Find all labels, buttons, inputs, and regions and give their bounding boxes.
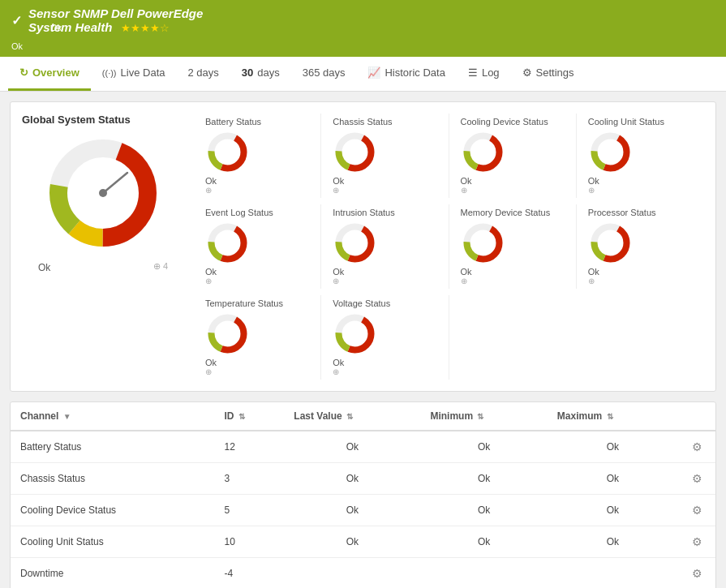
voltage-num: ⊕ xyxy=(333,367,339,376)
row-settings-icon[interactable]: ⚙ xyxy=(688,438,706,456)
status-chassis: Chassis Status Ok ⊕ xyxy=(328,114,449,198)
nav-tabs: ↻ Overview ((·)) Live Data 2 days 30 day… xyxy=(0,57,726,92)
memory-title: Memory Device Status xyxy=(461,208,551,217)
sort-id-icon: ⇅ xyxy=(238,412,245,421)
check-icon: ✓ xyxy=(11,13,22,28)
sort-minimum-icon: ⇅ xyxy=(477,412,483,421)
cell-actions: ⚙ xyxy=(678,526,715,558)
chassis-status-title: Chassis Status xyxy=(333,117,392,127)
voltage-title: Voltage Status xyxy=(333,298,390,308)
live-data-icon: ((·)) xyxy=(102,68,117,78)
cell-lastvalue: Ok xyxy=(284,526,420,558)
col-channel[interactable]: Channel ▼ xyxy=(11,402,215,431)
tab-log-label: Log xyxy=(482,67,500,79)
table-row: Chassis Status 3 Ok Ok Ok ⚙ xyxy=(11,463,715,495)
status-battery: Battery Status Ok ⊕ xyxy=(200,114,321,198)
status-empty-2 xyxy=(583,295,704,380)
event-log-title: Event Log Status xyxy=(205,208,273,217)
cell-id: -4 xyxy=(215,558,285,589)
tab-log[interactable]: ☰ Log xyxy=(457,57,511,91)
cooling-unit-title: Cooling Unit Status xyxy=(588,117,664,127)
row-settings-icon[interactable]: ⚙ xyxy=(688,501,706,519)
cell-maximum: Ok xyxy=(548,431,678,463)
cell-id: 5 xyxy=(215,495,285,526)
col-maximum[interactable]: Maximum ⇅ xyxy=(548,402,678,431)
table-row: Cooling Unit Status 10 Ok Ok Ok ⚙ xyxy=(11,526,715,558)
cell-id: 10 xyxy=(215,526,285,558)
sort-maximum-icon: ⇅ xyxy=(607,412,613,421)
tab-live-data[interactable]: ((·)) Live Data xyxy=(91,57,177,91)
global-gauge-section: Global System Status xyxy=(22,114,184,380)
cell-lastvalue: Ok xyxy=(284,495,420,526)
tab-30days-suffix: days xyxy=(257,67,279,79)
tab-historic[interactable]: 📈 Historic Data xyxy=(356,57,456,91)
cooling-device-title: Cooling Device Status xyxy=(461,117,548,127)
tab-settings[interactable]: ⚙ Settings xyxy=(511,57,586,91)
header: ✓ Sensor SNMP Dell PowerEdge System Heal… xyxy=(0,0,726,41)
status-grid: Battery Status Ok ⊕ Chassis Status xyxy=(200,114,704,380)
tab-2days[interactable]: 2 days xyxy=(176,57,230,91)
table-header-row: Channel ▼ ID ⇅ Last Value ⇅ Minimum ⇅ Ma… xyxy=(11,402,715,431)
tab-30days[interactable]: 30 days xyxy=(230,57,291,91)
col-id[interactable]: ID ⇅ xyxy=(215,402,285,431)
tab-365days[interactable]: 365 days xyxy=(291,57,357,91)
processor-title: Processor Status xyxy=(588,208,656,217)
tab-live-data-label: Live Data xyxy=(121,67,165,79)
voltage-ok: Ok xyxy=(333,358,344,367)
intrusion-ok: Ok xyxy=(333,267,344,277)
cell-channel: Cooling Unit Status xyxy=(11,526,215,558)
cell-actions: ⚙ xyxy=(678,431,715,463)
battery-status-title: Battery Status xyxy=(205,117,261,127)
cell-maximum xyxy=(548,558,678,589)
cell-maximum: Ok xyxy=(548,463,678,495)
cooling-unit-ok: Ok xyxy=(588,176,599,186)
processor-ok: Ok xyxy=(588,267,599,277)
temperature-title: Temperature Status xyxy=(205,298,283,308)
settings-icon: ⚙ xyxy=(522,67,532,79)
header-status-below: Ok xyxy=(11,41,23,51)
battery-status-ok: Ok xyxy=(205,176,217,186)
historic-icon: 📈 xyxy=(367,67,380,79)
battery-status-num: ⊕ xyxy=(205,186,212,195)
cell-actions: ⚙ xyxy=(678,495,715,526)
processor-num: ⊕ xyxy=(588,277,595,285)
status-card: Global System Status xyxy=(10,101,716,392)
global-status-title: Global System Status xyxy=(22,114,131,126)
event-log-ok: Ok xyxy=(205,267,217,277)
global-status-count: ⊕ 4 xyxy=(153,261,168,272)
data-table-card: Channel ▼ ID ⇅ Last Value ⇅ Minimum ⇅ Ma… xyxy=(10,401,716,588)
row-settings-icon[interactable]: ⚙ xyxy=(688,564,706,582)
cooling-device-ok: Ok xyxy=(461,176,472,186)
log-icon: ☰ xyxy=(468,67,478,79)
chassis-status-num: ⊕ xyxy=(333,186,339,195)
cell-minimum: Ok xyxy=(420,463,547,495)
status-cooling-device: Cooling Device Status Ok ⊕ xyxy=(456,114,577,198)
global-donut xyxy=(42,132,164,254)
event-log-num: ⊕ xyxy=(205,277,212,285)
count-icon: ⊕ xyxy=(153,261,161,271)
cell-minimum: Ok xyxy=(420,431,547,463)
tab-overview[interactable]: ↻ Overview xyxy=(8,57,91,91)
status-memory: Memory Device Status Ok ⊕ xyxy=(456,204,577,289)
cell-channel: Cooling Device Status xyxy=(11,495,215,526)
status-temperature: Temperature Status Ok ⊕ xyxy=(200,295,321,380)
memory-ok: Ok xyxy=(461,267,472,277)
chassis-status-ok: Ok xyxy=(333,176,344,186)
cell-actions: ⚙ xyxy=(678,558,715,589)
data-table: Channel ▼ ID ⇅ Last Value ⇅ Minimum ⇅ Ma… xyxy=(11,402,715,588)
tab-overview-label: Overview xyxy=(32,67,79,79)
row-settings-icon[interactable]: ⚙ xyxy=(688,470,706,487)
cooling-unit-num: ⊕ xyxy=(588,186,595,195)
table-row: Cooling Device Status 5 Ok Ok Ok ⚙ xyxy=(11,495,715,526)
sort-channel-icon: ▼ xyxy=(63,412,71,421)
status-event-log: Event Log Status Ok ⊕ xyxy=(200,204,321,289)
overview-icon: ↻ xyxy=(19,67,28,79)
tab-historic-label: Historic Data xyxy=(384,67,445,79)
status-cooling-unit: Cooling Unit Status Ok ⊕ xyxy=(583,114,704,198)
col-lastvalue[interactable]: Last Value ⇅ xyxy=(284,402,420,431)
cell-lastvalue: Ok xyxy=(284,463,420,495)
row-settings-icon[interactable]: ⚙ xyxy=(688,533,706,551)
tab-2days-label: 2 days xyxy=(187,67,218,79)
col-minimum[interactable]: Minimum ⇅ xyxy=(420,402,547,431)
tab-30days-label: 30 xyxy=(242,67,253,79)
